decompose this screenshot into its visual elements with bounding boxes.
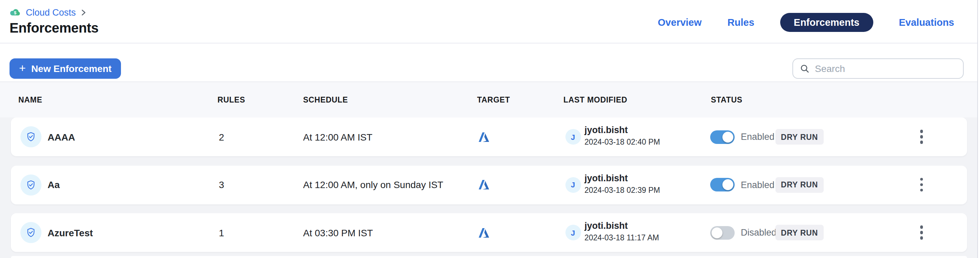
- modified-at: 2024-03-18 11:17 AM: [584, 233, 659, 243]
- toggle-knob: [711, 227, 722, 238]
- toggle-knob: [722, 131, 733, 142]
- status-label: Enabled: [741, 117, 775, 156]
- page-title: Enforcements: [10, 21, 99, 36]
- column-header-schedule: SCHEDULE: [303, 82, 348, 117]
- toggle-knob: [722, 179, 733, 190]
- azure-icon: [479, 165, 489, 204]
- modified-by: jyoti.bisht: [584, 221, 659, 231]
- modified-at: 2024-03-18 02:39 PM: [584, 185, 660, 195]
- toolbar: + New Enforcement: [0, 43, 980, 82]
- cloud-dollar-icon: $: [10, 8, 21, 17]
- azure-icon: [479, 117, 489, 156]
- enforcements-page: $ Cloud Costs Enforcements Overview Rule…: [0, 0, 980, 258]
- new-enforcement-button[interactable]: + New Enforcement: [10, 59, 121, 79]
- rules-count: 1: [219, 213, 224, 252]
- column-header-status: STATUS: [711, 82, 743, 117]
- last-modified-cell: jyoti.bisht 2024-03-18 02:40 PM: [584, 125, 660, 147]
- kebab-menu-icon[interactable]: [915, 165, 928, 204]
- avatar: J: [565, 177, 581, 193]
- title-band: $ Cloud Costs Enforcements Overview Rule…: [0, 0, 980, 43]
- enforcement-name: AzureTest: [48, 213, 93, 252]
- svg-text:$: $: [14, 10, 17, 15]
- plus-icon: +: [19, 62, 26, 74]
- next-row-peek: [11, 256, 967, 258]
- breadcrumb-link-cloud-costs[interactable]: Cloud Costs: [26, 8, 76, 17]
- tab-overview[interactable]: Overview: [658, 13, 702, 32]
- schedule-text: At 03:30 PM IST: [303, 213, 373, 252]
- enabled-toggle[interactable]: [710, 130, 735, 144]
- table-row[interactable]: AAAA 2 At 12:00 AM IST J jyoti.bisht 202…: [11, 117, 967, 156]
- modified-at: 2024-03-18 02:40 PM: [584, 137, 660, 147]
- scrollbar-track[interactable]: [977, 0, 980, 258]
- tab-enforcements[interactable]: Enforcements: [780, 13, 873, 32]
- enforcement-name: AAAA: [48, 117, 75, 156]
- kebab-menu-icon[interactable]: [915, 117, 928, 156]
- last-modified-cell: jyoti.bisht 2024-03-18 11:17 AM: [584, 221, 659, 243]
- avatar: J: [565, 129, 581, 145]
- chevron-right-icon: [81, 9, 86, 16]
- search-icon: [800, 64, 810, 73]
- search-input[interactable]: [815, 63, 956, 74]
- rules-count: 3: [219, 165, 224, 204]
- table-header-row: NAME RULES SCHEDULE TARGET LAST MODIFIED…: [0, 82, 980, 117]
- column-header-target: TARGET: [477, 82, 510, 117]
- tab-evaluations[interactable]: Evaluations: [899, 13, 954, 32]
- dry-run-badge: DRY RUN: [775, 177, 823, 193]
- enforcements-table: NAME RULES SCHEDULE TARGET LAST MODIFIED…: [0, 82, 980, 258]
- status-label: Enabled: [741, 165, 775, 204]
- kebab-menu-icon[interactable]: [915, 213, 928, 252]
- modified-by: jyoti.bisht: [584, 125, 660, 136]
- last-modified-cell: jyoti.bisht 2024-03-18 02:39 PM: [584, 173, 660, 195]
- column-header-rules: RULES: [218, 82, 245, 117]
- enforcement-name: Aa: [48, 165, 60, 204]
- module-tabs: Overview Rules Enforcements Evaluations: [658, 13, 954, 32]
- avatar: J: [565, 225, 581, 241]
- shield-check-icon: [20, 174, 41, 195]
- new-enforcement-label: New Enforcement: [31, 63, 112, 74]
- modified-by: jyoti.bisht: [584, 173, 660, 184]
- breadcrumb: $ Cloud Costs: [10, 8, 86, 17]
- schedule-text: At 12:00 AM, only on Sunday IST: [303, 165, 443, 204]
- status-label: Disabled: [741, 213, 776, 252]
- azure-icon: [479, 213, 489, 252]
- enabled-toggle[interactable]: [710, 226, 735, 239]
- shield-check-icon: [20, 126, 41, 147]
- table-row[interactable]: Aa 3 At 12:00 AM, only on Sunday IST J j…: [11, 165, 967, 204]
- rules-count: 2: [219, 117, 224, 156]
- table-row[interactable]: AzureTest 1 At 03:30 PM IST J jyoti.bish…: [11, 213, 967, 252]
- enabled-toggle[interactable]: [710, 178, 735, 192]
- dry-run-badge: DRY RUN: [775, 129, 823, 145]
- search-box[interactable]: [792, 59, 964, 79]
- column-header-last-modified: LAST MODIFIED: [563, 82, 627, 117]
- tab-rules[interactable]: Rules: [727, 13, 754, 32]
- dry-run-badge: DRY RUN: [775, 225, 823, 241]
- shield-check-icon: [20, 222, 41, 243]
- schedule-text: At 12:00 AM IST: [303, 117, 372, 156]
- column-header-name: NAME: [18, 82, 43, 117]
